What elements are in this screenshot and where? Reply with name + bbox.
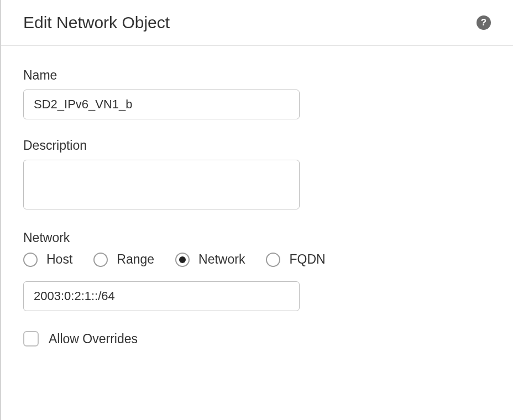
network-type-radio-group: Host Range Network FQDN	[23, 252, 491, 267]
dialog-header: Edit Network Object ?	[1, 0, 513, 46]
network-label: Network	[23, 230, 491, 245]
help-icon-symbol: ?	[481, 17, 486, 28]
radio-network-label: Network	[198, 252, 245, 267]
radio-icon	[175, 253, 190, 267]
radio-host[interactable]: Host	[23, 252, 72, 267]
dialog-title: Edit Network Object	[23, 13, 170, 32]
description-input[interactable]	[23, 160, 300, 209]
description-label: Description	[23, 138, 491, 153]
radio-fqdn[interactable]: FQDN	[266, 252, 325, 267]
radio-fqdn-label: FQDN	[289, 252, 325, 267]
help-icon[interactable]: ?	[477, 15, 491, 30]
network-value-input[interactable]	[23, 281, 300, 311]
radio-icon	[93, 253, 108, 267]
network-field-group: Network Host Range Network FQDN	[23, 230, 491, 311]
radio-range[interactable]: Range	[93, 252, 154, 267]
dialog-content: Name Description Network Host Range Netw…	[1, 46, 513, 347]
name-input[interactable]	[23, 90, 300, 119]
radio-host-label: Host	[46, 252, 72, 267]
name-field-group: Name	[23, 68, 491, 119]
allow-overrides-label: Allow Overrides	[49, 332, 138, 347]
radio-range-label: Range	[117, 252, 154, 267]
radio-network[interactable]: Network	[175, 252, 245, 267]
name-label: Name	[23, 68, 491, 83]
radio-icon	[23, 253, 38, 267]
allow-overrides-checkbox[interactable]: Allow Overrides	[23, 331, 491, 347]
checkbox-icon	[23, 331, 39, 347]
description-field-group: Description	[23, 138, 491, 212]
radio-icon	[266, 253, 280, 267]
